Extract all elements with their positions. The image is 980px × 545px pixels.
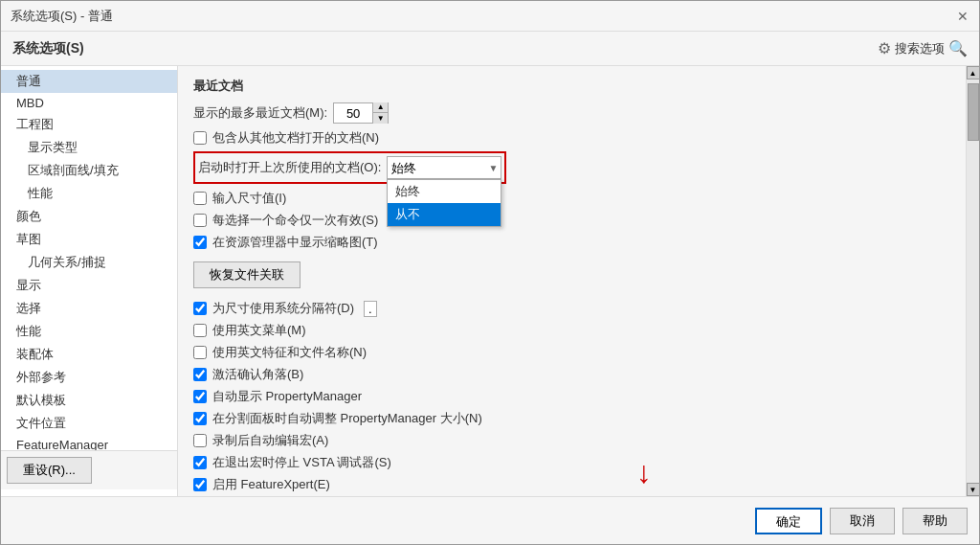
startup-dropdown-popup: 始终 从不 bbox=[387, 179, 501, 227]
header-bar: 系统选项(S) ⚙ 搜索选项 🔍 bbox=[1, 32, 979, 66]
content-area: 最近文档 显示的最多最近文档(M): ▲ ▼ 包含从其他文档打开的文档(N) bbox=[178, 66, 966, 496]
sidebar-item-选择[interactable]: 选择 bbox=[1, 297, 177, 320]
sidebar-item-工程图[interactable]: 工程图 bbox=[1, 113, 177, 136]
sidebar-item-外部参考[interactable]: 外部参考 bbox=[1, 366, 177, 389]
featurexpert-checkbox[interactable] bbox=[193, 478, 207, 491]
record-macro-checkbox[interactable] bbox=[193, 434, 207, 447]
gear-icon: ⚙ bbox=[878, 39, 891, 57]
content-scrollbar[interactable]: ▲ ▼ bbox=[966, 66, 979, 496]
english-filenames-row: 使用英文特征和文件名称(N) bbox=[193, 344, 950, 361]
auto-pm-row: 自动显示 PropertyManager bbox=[193, 388, 950, 405]
main-window: 系统选项(S) - 普通 ✕ 系统选项(S) ⚙ 搜索选项 🔍 普通 MBD 工… bbox=[0, 0, 980, 545]
startup-label: 启动时打开上次所使用的文档(O): bbox=[198, 159, 381, 176]
include-others-label: 包含从其他文档打开的文档(N) bbox=[212, 129, 379, 147]
reset-button[interactable]: 重设(R)... bbox=[7, 457, 92, 484]
include-others-row: 包含从其他文档打开的文档(N) bbox=[193, 129, 950, 147]
record-macro-row: 录制后自动编辑宏(A) bbox=[193, 432, 950, 449]
restore-row: 恢复文件关联 bbox=[193, 256, 950, 294]
cancel-button[interactable]: 取消 bbox=[830, 508, 895, 534]
red-arrow-icon: ↓ bbox=[636, 455, 652, 490]
sidebar-item-几何关系捕捉[interactable]: 几何关系/捕捉 bbox=[1, 251, 177, 274]
sidebar-item-FeatureManager[interactable]: FeatureManager bbox=[1, 435, 177, 450]
max-docs-row: 显示的最多最近文档(M): ▲ ▼ bbox=[193, 102, 950, 124]
spinbox-down[interactable]: ▼ bbox=[372, 113, 388, 124]
sidebar-item-区域剖面线填充[interactable]: 区域剖面线/填充 bbox=[1, 159, 177, 182]
help-button[interactable]: 帮助 bbox=[902, 508, 968, 534]
max-docs-label: 显示的最多最近文档(M): bbox=[193, 104, 327, 122]
dialog-title: 系统选项(S) bbox=[12, 40, 84, 57]
stop-vsta-row: 在退出宏时停止 VSTA 调试器(S) bbox=[193, 454, 950, 471]
sidebar-item-MBD[interactable]: MBD bbox=[1, 93, 177, 113]
sidebar-item-性能1[interactable]: 性能 bbox=[1, 182, 177, 205]
stop-vsta-checkbox[interactable] bbox=[193, 456, 207, 469]
sys-separator-checkbox[interactable] bbox=[193, 302, 207, 315]
english-menu-label: 使用英文菜单(M) bbox=[212, 322, 306, 339]
close-button[interactable]: ✕ bbox=[956, 10, 969, 23]
sidebar-item-草图[interactable]: 草图 bbox=[1, 228, 177, 251]
english-filenames-label: 使用英文特征和文件名称(N) bbox=[212, 344, 367, 361]
search-label: 搜索选项 bbox=[895, 40, 945, 57]
section-title: 最近文档 bbox=[193, 78, 950, 95]
auto-resize-pm-row: 在分割面板时自动调整 PropertyManager 大小(N) bbox=[193, 410, 950, 427]
window-controls: ✕ bbox=[956, 10, 969, 23]
english-filenames-checkbox[interactable] bbox=[193, 346, 207, 359]
separator-value: . bbox=[364, 301, 377, 317]
english-menu-row: 使用英文菜单(M) bbox=[193, 322, 950, 339]
sidebar-item-显示类型[interactable]: 显示类型 bbox=[1, 136, 177, 159]
include-others-checkbox[interactable] bbox=[193, 131, 207, 145]
max-docs-input[interactable] bbox=[334, 103, 372, 123]
scroll-up-button[interactable]: ▲ bbox=[967, 66, 980, 79]
dropdown-option-始终[interactable]: 始终 bbox=[388, 180, 501, 203]
auto-pm-label: 自动显示 PropertyManager bbox=[212, 388, 362, 405]
sidebar-item-默认模板[interactable]: 默认模板 bbox=[1, 389, 177, 412]
featurexpert-label: 启用 FeatureXpert(E) bbox=[212, 476, 330, 493]
sidebar-item-装配体[interactable]: 装配体 bbox=[1, 343, 177, 366]
scroll-down-button[interactable]: ▼ bbox=[967, 483, 980, 496]
main-content: 普通 MBD 工程图 显示类型 区域剖面线/填充 性能 颜色 草图 几何关系/捕… bbox=[1, 66, 979, 496]
each-cmd-label: 每选择一个命令仅一次有效(S) bbox=[212, 212, 378, 229]
sidebar-footer: 重设(R)... bbox=[1, 450, 177, 489]
sidebar-item-普通[interactable]: 普通 bbox=[1, 70, 177, 93]
footer-right: ↓ 确定 取消 帮助 bbox=[747, 508, 968, 534]
each-cmd-row: 每选择一个命令仅一次有效(S) bbox=[193, 212, 950, 229]
confirm-angle-label: 激活确认角落(B) bbox=[212, 366, 303, 383]
ok-button[interactable]: 确定 bbox=[755, 508, 822, 534]
sidebar-item-文件位置[interactable]: 文件位置 bbox=[1, 412, 177, 435]
spinbox-up[interactable]: ▲ bbox=[372, 102, 388, 113]
scroll-thumb[interactable] bbox=[968, 83, 979, 141]
max-docs-spinbox[interactable]: ▲ ▼ bbox=[333, 102, 389, 124]
sidebar-item-显示[interactable]: 显示 bbox=[1, 274, 177, 297]
confirm-angle-row: 激活确认角落(B) bbox=[193, 366, 950, 383]
window-title: 系统选项(S) - 普通 bbox=[11, 8, 113, 25]
stop-vsta-label: 在退出宏时停止 VSTA 调试器(S) bbox=[212, 454, 391, 471]
sidebar-item-颜色[interactable]: 颜色 bbox=[1, 205, 177, 228]
search-area: ⚙ 搜索选项 🔍 bbox=[878, 39, 968, 57]
auto-resize-pm-label: 在分割面板时自动调整 PropertyManager 大小(N) bbox=[212, 410, 482, 427]
input-size-row: 输入尺寸值(I) bbox=[193, 190, 950, 207]
dropdown-option-从不[interactable]: 从不 bbox=[388, 203, 501, 226]
sys-separator-row: 为尺寸使用系统分隔符(D) . bbox=[193, 300, 950, 317]
startup-row: 启动时打开上次所使用的文档(O): 始终 从不 ▼ 始终 从不 bbox=[193, 151, 506, 184]
startup-dropdown-wrapper: 始终 从不 ▼ 始终 从不 bbox=[387, 156, 501, 179]
startup-select[interactable]: 始终 从不 bbox=[387, 156, 501, 179]
thumbnail-checkbox[interactable] bbox=[193, 236, 207, 249]
sys-separator-label: 为尺寸使用系统分隔符(D) bbox=[212, 300, 354, 317]
input-size-checkbox[interactable] bbox=[193, 192, 207, 205]
thumbnail-row: 在资源管理器中显示缩略图(T) bbox=[193, 234, 950, 251]
sidebar: 普通 MBD 工程图 显示类型 区域剖面线/填充 性能 颜色 草图 几何关系/捕… bbox=[1, 66, 178, 496]
auto-resize-pm-checkbox[interactable] bbox=[193, 412, 207, 425]
confirm-angle-checkbox[interactable] bbox=[193, 368, 207, 381]
spinbox-buttons: ▲ ▼ bbox=[372, 102, 388, 124]
featurexpert-row: 启用 FeatureXpert(E) bbox=[193, 476, 950, 493]
title-bar: 系统选项(S) - 普通 ✕ bbox=[1, 1, 979, 32]
footer: ↓ 确定 取消 帮助 bbox=[1, 496, 979, 544]
auto-pm-checkbox[interactable] bbox=[193, 390, 207, 403]
each-cmd-checkbox[interactable] bbox=[193, 214, 207, 227]
thumbnail-label: 在资源管理器中显示缩略图(T) bbox=[212, 234, 378, 251]
english-menu-checkbox[interactable] bbox=[193, 324, 207, 337]
sidebar-item-性能2[interactable]: 性能 bbox=[1, 320, 177, 343]
input-size-label: 输入尺寸值(I) bbox=[212, 190, 286, 207]
search-icon[interactable]: 🔍 bbox=[948, 39, 968, 57]
restore-button[interactable]: 恢复文件关联 bbox=[193, 261, 301, 288]
record-macro-label: 录制后自动编辑宏(A) bbox=[212, 432, 328, 449]
